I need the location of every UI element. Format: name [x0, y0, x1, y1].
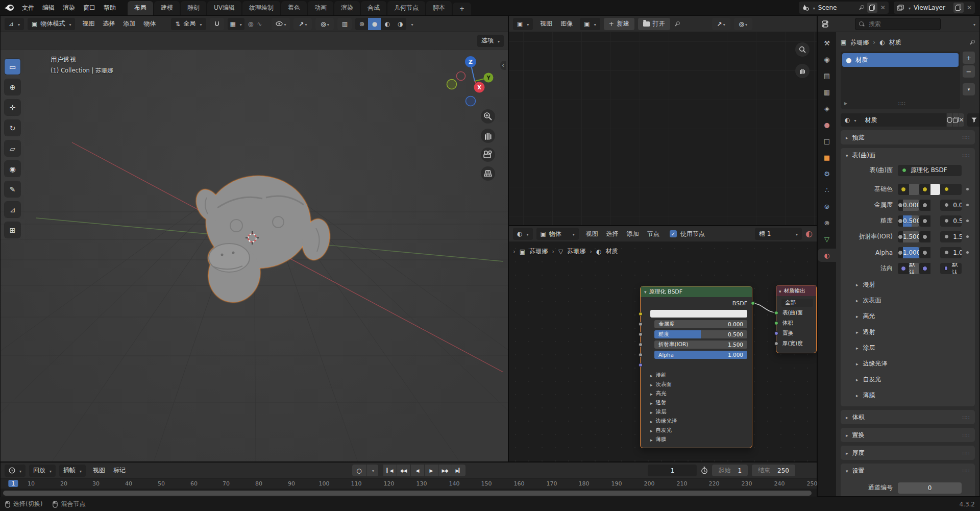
proportional-edit-toggle[interactable]: ◎: [248, 21, 253, 27]
tab-tool[interactable]: ⚒: [818, 36, 836, 50]
ruler-frame-label[interactable]: 170: [547, 480, 557, 487]
ruler-frame-label[interactable]: 190: [611, 480, 622, 487]
ruler-frame-label[interactable]: 240: [774, 480, 785, 487]
workspace-tab[interactable]: 布局: [128, 1, 153, 15]
value-widget[interactable]: [898, 184, 919, 195]
tab-modifiers[interactable]: ⚙: [818, 167, 836, 180]
add-slot-button[interactable]: +: [963, 52, 975, 64]
preview-panel-header[interactable]: 预览 ∷∷: [841, 130, 975, 144]
value-widget[interactable]: 默认: [898, 263, 919, 274]
playback-dropdown[interactable]: 回放: [29, 465, 56, 477]
node-menu-item[interactable]: 节点: [644, 228, 663, 240]
timeline-menu-item[interactable]: 视图: [89, 465, 109, 476]
bsdf-output-socket[interactable]: [751, 301, 755, 305]
material-slot-list[interactable]: ● 材质 ▸ ∷∷: [841, 52, 960, 109]
editor-type-button[interactable]: [5, 465, 26, 477]
settings-panel-header[interactable]: 设置 ∷∷: [841, 464, 975, 478]
editor-type-button[interactable]: ◐: [513, 228, 533, 240]
bsdf-node-header[interactable]: 原理化 BSDF: [641, 286, 752, 297]
play-reverse[interactable]: ◀: [411, 465, 424, 476]
base-color-swatch[interactable]: [930, 247, 941, 258]
subpanel-row[interactable]: 涂层: [845, 342, 971, 354]
ruler-frame-label[interactable]: 220: [709, 480, 720, 487]
material-slot-dropdown[interactable]: 槽 1: [755, 228, 802, 240]
ruler-frame-label[interactable]: 60: [190, 480, 198, 487]
node-input-row[interactable]: 基础色 基础色: [646, 309, 747, 318]
panel-grip[interactable]: ∷∷: [962, 153, 970, 158]
dropdown-widget[interactable]: [940, 184, 962, 195]
unlink-material-button[interactable]: ✕: [959, 113, 964, 127]
jump-to-start[interactable]: ▎◀: [383, 465, 397, 476]
tab-constraints[interactable]: ⊗: [818, 216, 836, 229]
tool-rotate[interactable]: ↻: [5, 120, 20, 136]
tool-scale[interactable]: ▱: [5, 140, 20, 156]
dropdown-widget[interactable]: 0.000: [940, 200, 962, 211]
new-scene-button[interactable]: [867, 3, 877, 13]
shading-mode-button[interactable]: ⊚: [355, 18, 368, 30]
tool-cursor[interactable]: ⊕: [5, 79, 20, 95]
subpanel-row[interactable]: 边缘光泽: [845, 357, 971, 370]
base-color-swatch[interactable]: [930, 184, 941, 195]
tab-collection[interactable]: □: [818, 134, 836, 148]
ruler-frame-label[interactable]: 30: [92, 480, 100, 487]
tab-view-layer[interactable]: ▦: [818, 85, 836, 99]
filter-dropdown-chevron[interactable]: [972, 20, 975, 28]
frame-start-field[interactable]: 起始 1: [712, 465, 748, 476]
shader-selector[interactable]: 原理化 BSDF: [898, 165, 962, 176]
prev-keyframe[interactable]: ◆◀: [397, 465, 410, 476]
ruler-frame-label[interactable]: 130: [416, 480, 427, 487]
animate-dot[interactable]: [964, 251, 971, 254]
value-slider[interactable]: 0.000: [903, 200, 919, 211]
axis-neg-x[interactable]: [447, 80, 457, 89]
panel-grip[interactable]: ∷∷: [962, 432, 970, 438]
subpanel-row[interactable]: 透射: [845, 326, 971, 338]
base-color-swatch[interactable]: [930, 215, 941, 227]
image-menu-item[interactable]: 图像: [557, 18, 576, 30]
animate-dot[interactable]: [964, 267, 971, 270]
value-slider[interactable]: 金属度 0.000: [654, 320, 747, 328]
value-slider[interactable]: 折射率(IOR) 1.500: [654, 340, 747, 349]
topbar-menu-item[interactable]: 文件: [18, 2, 38, 14]
ruler-frame-label[interactable]: 250: [807, 480, 818, 487]
tool-add-cube[interactable]: ⊞: [5, 222, 20, 238]
viewport-menu-item[interactable]: 物体: [140, 18, 159, 30]
open-image-button[interactable]: 打开: [638, 18, 670, 30]
material-output-node[interactable]: 材质输出 全部 表(曲)面 体积: [776, 285, 817, 353]
suzanne-mesh[interactable]: [192, 176, 333, 307]
ruler-frame-label[interactable]: 140: [449, 480, 460, 487]
editor-type-button[interactable]: ▣: [513, 18, 533, 30]
workspace-tab[interactable]: UV编辑: [207, 1, 241, 15]
tab-particles[interactable]: ∴: [818, 183, 836, 197]
current-frame-field[interactable]: 1: [648, 465, 697, 476]
node-input-row[interactable]: 法向 法向: [646, 360, 747, 369]
workspace-tab[interactable]: 合成: [361, 1, 386, 15]
auto-keying-toggle[interactable]: ○: [352, 465, 366, 476]
new-image-button[interactable]: +新建: [604, 18, 634, 30]
input-socket[interactable]: [774, 321, 778, 325]
material-slot-item[interactable]: ● 材质: [842, 53, 959, 67]
resize-grip[interactable]: ∷∷: [898, 101, 906, 106]
ruler-frame-label[interactable]: 70: [223, 480, 230, 487]
node-subpanel[interactable]: 薄膜: [646, 435, 747, 444]
node-subpanel[interactable]: 次表面: [646, 380, 747, 389]
overlays-toggle[interactable]: ◎: [734, 18, 752, 30]
viewport-menu-item[interactable]: 添加: [119, 18, 139, 30]
panel-header[interactable]: 体积 ∷∷: [841, 410, 975, 424]
node-input-row[interactable]: Alpha Alpha 1.000: [646, 350, 747, 359]
pass-index-field[interactable]: 0: [898, 482, 962, 494]
node-menu-item[interactable]: 视图: [582, 228, 602, 240]
input-socket[interactable]: [639, 332, 643, 336]
shading-mode-button[interactable]: ◑: [394, 18, 406, 30]
input-socket[interactable]: [639, 322, 643, 326]
node-input-row[interactable]: 表(曲)面: [780, 308, 813, 317]
use-nodes-toggle[interactable]: 使用节点: [670, 230, 705, 238]
unlink-scene-icon[interactable]: ✕: [880, 4, 886, 11]
value-slider[interactable]: Alpha 1.000: [654, 351, 747, 359]
mode-dropdown[interactable]: ▣物体模式: [28, 18, 75, 30]
remove-slot-button[interactable]: −: [963, 65, 975, 78]
base-color-swatch[interactable]: [930, 231, 941, 242]
principled-bsdf-node[interactable]: 原理化 BSDF BSDF 基础色: [640, 286, 752, 448]
viewlayer-selector[interactable]: ViewLayer ✕: [894, 2, 975, 14]
value-widget[interactable]: 1.500: [898, 231, 919, 242]
subpanel-row[interactable]: 自发光: [845, 373, 971, 385]
